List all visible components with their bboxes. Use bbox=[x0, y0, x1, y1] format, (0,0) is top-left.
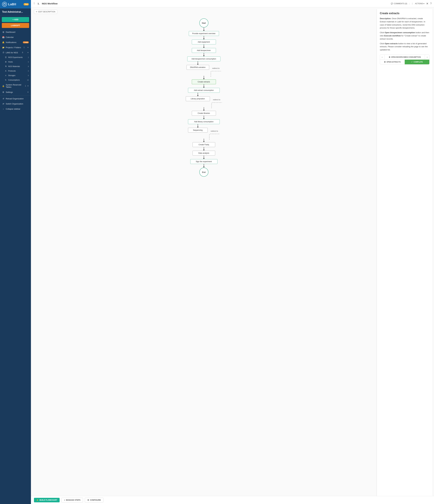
chevron-left-icon: ‹ bbox=[2, 108, 5, 110]
configure-label: CONFIGURE bbox=[90, 499, 101, 501]
host-icon: ⚙ bbox=[5, 61, 7, 63]
node-library-preparation[interactable]: Library prepration bbox=[186, 96, 210, 101]
arrow-v bbox=[203, 36, 205, 40]
configure-button[interactable]: ⚙ CONFIGURE bbox=[85, 498, 103, 503]
sidebar-item-storages[interactable]: ≡ Storages 0 bbox=[0, 73, 31, 78]
reload-icon: ↺ bbox=[2, 97, 5, 100]
node-add-biospecimen-consumption[interactable]: Add biospecimen consumption bbox=[187, 56, 221, 61]
arrow-v bbox=[203, 107, 205, 111]
sidebar-item-calendar[interactable]: 📅 Calendar bbox=[0, 35, 31, 40]
detail-next-button[interactable]: › bbox=[425, 55, 429, 60]
sidebar-item-collapse[interactable]: ‹ Collapse sidebar bbox=[0, 106, 31, 111]
detail-panel: Create extracts Description: Once DNA/RN… bbox=[377, 9, 433, 503]
timer-icon: ⏱ bbox=[2, 51, 5, 54]
actions-button[interactable]: ⋮ bbox=[411, 3, 413, 5]
branch-section-2: Library prepration redirect to bbox=[186, 93, 222, 107]
sidebar-item-label: Collapse sidebar bbox=[6, 108, 20, 110]
list-icon: ≡ bbox=[64, 499, 65, 501]
content-area: ✏ EDIT DESCRIPTION Start Provide experim… bbox=[31, 7, 434, 504]
inst2-prefix: Click bbox=[380, 42, 385, 45]
sidebar-item-label: Dashboard bbox=[6, 31, 15, 33]
workflow-number: 1. bbox=[38, 2, 40, 5]
help-button[interactable]: ? bbox=[430, 2, 432, 5]
redirect-label-3: redirect to bbox=[211, 130, 218, 132]
sidebar-item-settings[interactable]: ⚙ Settings ▼ bbox=[0, 90, 31, 95]
comments-button[interactable]: 💬 COMMENTS (0) bbox=[391, 3, 407, 5]
arrow-v bbox=[203, 53, 205, 56]
sidebar-item-ngs-experiments[interactable]: ☰ NGS Experiments 2 bbox=[0, 55, 31, 60]
detail-title: Create extracts bbox=[380, 12, 429, 15]
desc-label: Description: bbox=[380, 17, 391, 20]
open-extracts-button[interactable]: 🖥 OPEN EXTRACTS bbox=[380, 60, 405, 64]
sidebar-item-notifications[interactable]: 🔔 Notifications 1 new bbox=[0, 40, 31, 45]
folder-icon: 📁 bbox=[2, 46, 5, 49]
sidebar-item-consumptions[interactable]: ↻ Consumptions 10 bbox=[0, 78, 31, 82]
arrow-v bbox=[203, 84, 205, 88]
topbar-divider: | bbox=[409, 2, 409, 5]
node-create-fastq[interactable]: Create Fastq bbox=[193, 142, 215, 147]
monitor-icon-2: 🖥 bbox=[384, 61, 386, 63]
detail-prev-button[interactable]: ‹ bbox=[380, 55, 384, 60]
node-start[interactable]: Start bbox=[199, 18, 208, 27]
node-end[interactable]: End bbox=[199, 168, 208, 177]
notification-badge: 1 new bbox=[23, 41, 29, 43]
sidebar-sub-label: NGS Experiments bbox=[8, 56, 23, 58]
node-data-analysis[interactable]: Data analysis bbox=[193, 151, 215, 155]
sidebar-item-label: Reload Organization bbox=[6, 98, 24, 100]
node-add-biospecimen[interactable]: Add biospecimen bbox=[192, 48, 216, 53]
actions-text: ACTIONS bbox=[415, 3, 423, 5]
build-flowchart-label: BUILD FLOWCHART bbox=[40, 499, 57, 501]
sidebar-item-label: Projects / Folders bbox=[6, 46, 21, 49]
node-sequencing[interactable]: Sequencing bbox=[188, 128, 208, 133]
sidebar-item-dashboard[interactable]: ⊞ Dashboard bbox=[0, 29, 31, 35]
system-chevron: ▼ bbox=[27, 85, 29, 87]
bell-icon: 🔔 bbox=[2, 41, 5, 44]
node-add-equipment[interactable]: Add equipment bbox=[192, 40, 216, 44]
node-dna-rna[interactable]: DNA/RNA extration bbox=[186, 65, 209, 70]
add-button[interactable]: + ADD bbox=[2, 17, 29, 22]
sidebar-item-reload-org[interactable]: ↺ Reload Organization bbox=[0, 96, 31, 101]
sidebar: LaBII Trial Test Administrat... + ADD LA… bbox=[0, 0, 31, 504]
close-button[interactable]: ✕ bbox=[426, 2, 428, 5]
lims-count: 6 bbox=[22, 52, 23, 54]
settings-icon: ⚙ bbox=[87, 499, 89, 501]
sidebar-item-system-tables[interactable]: 🔒 System Reserved Tables 1 ▼ bbox=[0, 82, 31, 90]
node-add-extract-consumption[interactable]: Add extract consumption bbox=[188, 88, 220, 93]
inst2-bold: Open extracts bbox=[385, 42, 398, 45]
node-add-library-consumption[interactable]: Add library consumption bbox=[188, 119, 220, 124]
arrow-v bbox=[203, 155, 205, 159]
sidebar-item-protocols[interactable]: A Protocols 0 bbox=[0, 69, 31, 73]
branch-section-3: Sequencing redirect to bbox=[188, 124, 220, 139]
sidebar-item-lims-ngs[interactable]: ⏱ LIMS for NGS 6 ▼ bbox=[0, 50, 31, 55]
open-biospecimen-button[interactable]: 🖥 OPEN BIOSPECIMEN CONSUMPTION bbox=[384, 55, 425, 59]
build-flowchart-button[interactable]: ⚡ BUILD FLOWCHART bbox=[34, 498, 60, 502]
labiigpt-button[interactable]: LABIIGPT bbox=[2, 23, 29, 28]
inst1-bold2: Execute workflow bbox=[384, 35, 401, 37]
complete-button[interactable]: ✓ COMPLETE bbox=[405, 60, 429, 64]
storage-icon: ≡ bbox=[5, 74, 7, 77]
node-create-extracts[interactable]: Create extracts bbox=[192, 80, 216, 84]
switch-icon: ⇄ bbox=[2, 102, 5, 105]
arrow-v bbox=[203, 27, 205, 31]
node-sign-experiment[interactable]: Sign the experiment bbox=[190, 159, 217, 164]
node-provide-overview[interactable]: Provide experiment overview bbox=[189, 31, 219, 36]
sidebar-item-hosts[interactable]: ⚙ Hosts 0 bbox=[0, 60, 31, 64]
node-create-libraries[interactable]: Create libraries bbox=[192, 111, 216, 116]
edit-description-button[interactable]: ✏ EDIT DESCRIPTION bbox=[34, 10, 57, 14]
lock-icon: 🔒 bbox=[2, 85, 5, 87]
main-area: ⠿ 1. NGS Workflow 💬 COMMENTS (0) | ⋮ ACT… bbox=[31, 0, 434, 504]
sidebar-item-label: Switch Organization bbox=[6, 103, 23, 105]
detail-actions-row-1: ‹ 🖥 OPEN BIOSPECIMEN CONSUMPTION › bbox=[380, 55, 429, 60]
actions-label-button[interactable]: ACTIONS ▾ bbox=[415, 3, 424, 5]
experiment-icon: ☰ bbox=[5, 56, 7, 59]
settings-chevron: ▼ bbox=[27, 91, 29, 93]
sidebar-item-ngs-materials[interactable]: ⚗ NGS Materials 8 bbox=[0, 64, 31, 69]
sidebar-item-switch-org[interactable]: ⇄ Switch Organization bbox=[0, 101, 31, 106]
sidebar-sub-label: Consumptions bbox=[8, 79, 20, 81]
flask-icon: ⚗ bbox=[5, 65, 7, 68]
manage-steps-button[interactable]: ≡ MANAGE STEPS bbox=[62, 498, 83, 503]
topbar-right: 💬 COMMENTS (0) | ⋮ ACTIONS ▾ ✕ ? bbox=[391, 2, 432, 5]
projects-count: 1 bbox=[24, 46, 25, 48]
sidebar-item-projects[interactable]: 📁 Projects / Folders 1 ▼ bbox=[0, 45, 31, 50]
arrow-v bbox=[203, 147, 205, 151]
